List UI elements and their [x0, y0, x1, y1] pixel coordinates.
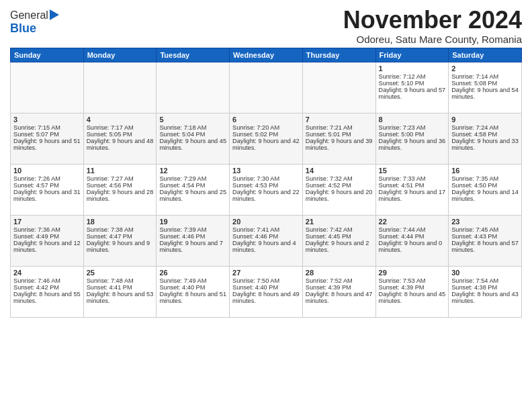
- day-number: 24: [13, 269, 81, 277]
- day-info-line: Sunset: 4:47 PM: [87, 233, 154, 240]
- day-info-line: Sunrise: 7:17 AM: [87, 124, 154, 131]
- day-info-line: Sunrise: 7:38 AM: [87, 226, 154, 233]
- day-number: 3: [13, 116, 81, 124]
- logo: General Blue: [10, 9, 59, 36]
- day-info-line: Daylight: 9 hours and 2 minutes.: [306, 240, 373, 253]
- day-number: 12: [159, 167, 226, 175]
- day-number: 6: [232, 116, 300, 124]
- day-info-line: Sunset: 4:40 PM: [159, 284, 226, 291]
- calendar-cell: 28Sunrise: 7:52 AMSunset: 4:39 PMDayligh…: [302, 266, 375, 317]
- calendar-cell: 25Sunrise: 7:48 AMSunset: 4:41 PMDayligh…: [83, 266, 157, 317]
- day-info-line: Sunset: 4:42 PM: [13, 284, 81, 291]
- day-info-line: Sunset: 4:45 PM: [306, 233, 373, 240]
- logo-text-block: General Blue: [10, 9, 59, 36]
- day-info-line: Daylight: 9 hours and 14 minutes.: [451, 189, 519, 202]
- col-wednesday: Wednesday: [230, 48, 303, 62]
- day-info-line: Sunrise: 7:12 AM: [379, 73, 446, 80]
- day-info-line: Sunrise: 7:52 AM: [306, 277, 373, 284]
- calendar-cell: 1Sunrise: 7:12 AMSunset: 5:10 PMDaylight…: [375, 62, 449, 113]
- day-info-line: Daylight: 8 hours and 43 minutes.: [451, 291, 519, 304]
- day-number: 16: [451, 167, 519, 175]
- calendar-cell: 27Sunrise: 7:50 AMSunset: 4:40 PMDayligh…: [230, 266, 303, 317]
- day-info-line: Daylight: 9 hours and 9 minutes.: [87, 240, 154, 253]
- day-info-line: Sunset: 4:51 PM: [379, 182, 446, 189]
- day-number: 2: [451, 64, 519, 73]
- calendar-cell: 26Sunrise: 7:49 AMSunset: 4:40 PMDayligh…: [157, 266, 230, 317]
- day-number: 13: [232, 167, 300, 175]
- day-number: 7: [306, 116, 373, 124]
- day-number: 25: [87, 269, 154, 277]
- day-number: 23: [451, 218, 519, 226]
- logo-blue: Blue: [10, 21, 36, 35]
- day-info-line: Sunset: 5:01 PM: [306, 131, 373, 138]
- day-info-line: Sunrise: 7:36 AM: [13, 226, 81, 233]
- calendar-cell: 6Sunrise: 7:20 AMSunset: 5:02 PMDaylight…: [230, 113, 303, 164]
- day-info-line: Sunset: 4:54 PM: [159, 182, 226, 189]
- day-number: 14: [306, 167, 373, 175]
- day-number: 26: [159, 269, 226, 277]
- day-info-line: Sunrise: 7:54 AM: [451, 277, 519, 284]
- calendar-header-row: Sunday Monday Tuesday Wednesday Thursday…: [11, 48, 522, 62]
- day-info-line: Daylight: 8 hours and 55 minutes.: [13, 291, 81, 304]
- day-info-line: Sunset: 5:10 PM: [379, 80, 446, 87]
- page-container: General Blue November 2024 Odoreu, Satu …: [0, 0, 532, 324]
- day-info-line: Sunset: 4:49 PM: [13, 233, 81, 240]
- day-number: 15: [379, 167, 446, 175]
- calendar-cell: [230, 62, 303, 113]
- day-info-line: Sunset: 5:02 PM: [232, 131, 300, 138]
- day-info-line: Daylight: 8 hours and 47 minutes.: [306, 291, 373, 304]
- day-info-line: Sunrise: 7:21 AM: [306, 124, 373, 131]
- day-info-line: Daylight: 9 hours and 45 minutes.: [159, 138, 226, 151]
- day-info-line: Daylight: 9 hours and 28 minutes.: [87, 189, 154, 202]
- col-thursday: Thursday: [302, 48, 375, 62]
- day-info-line: Sunrise: 7:45 AM: [451, 226, 519, 233]
- day-info-line: Sunrise: 7:42 AM: [306, 226, 373, 233]
- calendar-cell: 19Sunrise: 7:39 AMSunset: 4:46 PMDayligh…: [157, 215, 230, 266]
- calendar-cell: 17Sunrise: 7:36 AMSunset: 4:49 PMDayligh…: [11, 215, 84, 266]
- day-info-line: Sunset: 4:40 PM: [232, 284, 300, 291]
- day-info-line: Daylight: 9 hours and 17 minutes.: [379, 189, 446, 202]
- col-monday: Monday: [83, 48, 157, 62]
- day-info-line: Daylight: 8 hours and 45 minutes.: [379, 291, 446, 304]
- day-info-line: Daylight: 9 hours and 33 minutes.: [451, 138, 519, 151]
- day-info-line: Sunset: 4:52 PM: [306, 182, 373, 189]
- day-info-line: Sunset: 5:07 PM: [13, 131, 81, 138]
- day-info-line: Sunrise: 7:50 AM: [232, 277, 300, 284]
- calendar-cell: 9Sunrise: 7:24 AMSunset: 4:58 PMDaylight…: [449, 113, 522, 164]
- day-info-line: Sunrise: 7:49 AM: [159, 277, 226, 284]
- calendar-cell: 4Sunrise: 7:17 AMSunset: 5:05 PMDaylight…: [83, 113, 157, 164]
- day-info-line: Sunset: 4:50 PM: [451, 182, 519, 189]
- day-number: 11: [87, 167, 154, 175]
- day-info-line: Sunrise: 7:24 AM: [451, 124, 519, 131]
- calendar-week-row: 24Sunrise: 7:46 AMSunset: 4:42 PMDayligh…: [11, 266, 522, 317]
- day-number: 18: [87, 218, 154, 226]
- day-info-line: Sunrise: 7:48 AM: [87, 277, 154, 284]
- calendar-cell: [157, 62, 230, 113]
- day-info-line: Sunset: 4:41 PM: [87, 284, 154, 291]
- calendar-cell: [302, 62, 375, 113]
- logo-general: General: [10, 9, 48, 21]
- day-info-line: Sunset: 4:43 PM: [451, 233, 519, 240]
- day-info-line: Sunrise: 7:44 AM: [379, 226, 446, 233]
- calendar-cell: 13Sunrise: 7:30 AMSunset: 4:53 PMDayligh…: [230, 164, 303, 215]
- day-info-line: Sunset: 4:44 PM: [379, 233, 446, 240]
- day-info-line: Sunrise: 7:15 AM: [13, 124, 81, 131]
- day-info-line: Sunset: 4:39 PM: [379, 284, 446, 291]
- calendar-cell: 2Sunrise: 7:14 AMSunset: 5:08 PMDaylight…: [449, 62, 522, 113]
- location-subtitle: Odoreu, Satu Mare County, Romania: [343, 34, 522, 45]
- calendar-cell: 5Sunrise: 7:18 AMSunset: 5:04 PMDaylight…: [157, 113, 230, 164]
- calendar-cell: 24Sunrise: 7:46 AMSunset: 4:42 PMDayligh…: [11, 266, 84, 317]
- day-info-line: Sunrise: 7:53 AM: [379, 277, 446, 284]
- day-info-line: Daylight: 9 hours and 4 minutes.: [232, 240, 300, 253]
- calendar-cell: 20Sunrise: 7:41 AMSunset: 4:46 PMDayligh…: [230, 215, 303, 266]
- calendar-cell: 3Sunrise: 7:15 AMSunset: 5:07 PMDaylight…: [11, 113, 84, 164]
- logo-arrow-icon: [50, 9, 59, 20]
- day-info-line: Sunset: 4:53 PM: [232, 182, 300, 189]
- col-tuesday: Tuesday: [157, 48, 230, 62]
- calendar-cell: 18Sunrise: 7:38 AMSunset: 4:47 PMDayligh…: [83, 215, 157, 266]
- day-number: 28: [306, 269, 373, 277]
- day-info-line: Daylight: 9 hours and 31 minutes.: [13, 189, 81, 202]
- day-info-line: Daylight: 9 hours and 7 minutes.: [159, 240, 226, 253]
- calendar-cell: 15Sunrise: 7:33 AMSunset: 4:51 PMDayligh…: [375, 164, 449, 215]
- calendar-week-row: 1Sunrise: 7:12 AMSunset: 5:10 PMDaylight…: [11, 62, 522, 113]
